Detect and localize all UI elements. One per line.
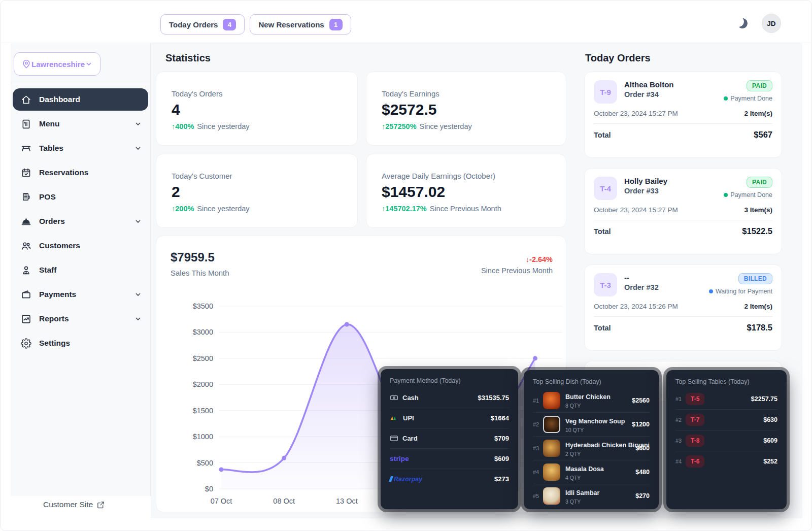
sidebar-item-reports[interactable]: Reports bbox=[13, 308, 148, 330]
stat-value: $1457.02 bbox=[382, 183, 551, 201]
upi-icon bbox=[390, 415, 399, 421]
sidebar-nav: Dashboard Menu Tables Reservations POS bbox=[11, 88, 150, 354]
top-selling-tables-panel: Top Selling Tables (Today) #1 T-5 $2257.… bbox=[666, 370, 787, 509]
table-rank: #2 bbox=[675, 417, 686, 423]
statistics-heading: Statistics bbox=[165, 52, 211, 64]
table-amount: $609 bbox=[763, 437, 777, 444]
dish-rank: #2 bbox=[533, 421, 543, 427]
total-label: Total bbox=[594, 131, 611, 139]
customer-name: Holly Bailey bbox=[624, 177, 667, 185]
table-rank: #1 bbox=[675, 396, 686, 402]
sidebar-item-settings[interactable]: Settings bbox=[13, 332, 148, 354]
sales-delta-caption: Since Previous Month bbox=[481, 267, 553, 275]
sales-total: $7959.5 bbox=[171, 250, 215, 264]
avatar[interactable]: JD bbox=[762, 14, 781, 33]
gear-icon bbox=[20, 338, 32, 349]
new-reservations-button[interactable]: New Reservations 1 bbox=[250, 14, 351, 35]
sidebar-item-label: Orders bbox=[39, 217, 65, 226]
stat-title: Today's Earnings bbox=[382, 89, 551, 98]
dish-qty: 10 QTY bbox=[565, 427, 628, 433]
total-label: Total bbox=[594, 227, 611, 236]
sidebar-item-label: Payments bbox=[39, 290, 76, 299]
staff-icon bbox=[20, 265, 32, 276]
order-datetime: October 23, 2024 15:27 PM bbox=[594, 206, 678, 214]
dish-row: #3 Hyderabadi Chicken Biryani2 QTY $600 bbox=[533, 436, 650, 460]
location-selector[interactable]: Lawrenceshire bbox=[14, 52, 100, 76]
sidebar-item-menu[interactable]: Menu bbox=[13, 113, 148, 135]
sidebar-item-label: Staff bbox=[39, 266, 56, 275]
status-dot bbox=[724, 96, 728, 101]
payment-method-label: UPI bbox=[403, 414, 414, 422]
new-reservations-count-badge: 1 bbox=[329, 19, 343, 30]
table-badge: T-6 bbox=[686, 455, 704, 468]
sidebar-item-label: Settings bbox=[39, 339, 70, 348]
dark-mode-toggle[interactable] bbox=[737, 17, 751, 30]
order-items-count: 3 Item(s) bbox=[744, 206, 772, 214]
customer-site-link[interactable]: Customer Site bbox=[43, 500, 105, 509]
table-badge: T-4 bbox=[594, 177, 617, 200]
external-link-icon bbox=[96, 501, 105, 509]
payment-method-panel: Payment Method (Today) Cash $31535.75 UP… bbox=[381, 369, 518, 509]
payment-method-label: Card bbox=[402, 435, 418, 442]
stat-delta: ↑257250% bbox=[382, 122, 417, 130]
svg-text:08 Oct: 08 Oct bbox=[273, 497, 295, 505]
dish-name: Butter Chicken bbox=[565, 393, 611, 401]
table-amount: $630 bbox=[763, 416, 777, 423]
svg-text:$1500: $1500 bbox=[193, 407, 213, 415]
table-rank: #3 bbox=[675, 438, 686, 444]
sidebar-divider bbox=[11, 83, 150, 83]
sidebar-item-label: POS bbox=[39, 192, 56, 202]
order-card[interactable]: T-9 Althea Bolton Order #34 PAID Payment… bbox=[584, 72, 782, 158]
chevron-down-icon bbox=[134, 217, 142, 225]
topbar-right: JD bbox=[737, 14, 781, 33]
payment-row: stripe $609 bbox=[390, 448, 509, 469]
dish-photo bbox=[543, 463, 560, 481]
order-card[interactable]: T-3 -- Order #32 BILLED Waiting for Paym… bbox=[584, 264, 782, 351]
stat-delta: ↑200% bbox=[172, 205, 194, 213]
table-badge: T-5 bbox=[686, 393, 704, 405]
status-caption: Waiting for Payment bbox=[716, 288, 772, 295]
chevron-down-icon bbox=[134, 120, 142, 128]
stat-card-todays-earnings: Today's Earnings $2572.5 ↑257250%Since y… bbox=[366, 72, 566, 146]
order-total: $1522.5 bbox=[742, 226, 772, 236]
order-number: Order #34 bbox=[624, 90, 674, 98]
dish-rank: #3 bbox=[533, 445, 543, 451]
table-amount: $2257.75 bbox=[751, 395, 777, 403]
stat-card-average-daily-earnings: Average Daily Earnings (October) $1457.0… bbox=[366, 154, 566, 228]
sidebar-item-orders[interactable]: Orders bbox=[13, 210, 148, 233]
sidebar-item-customers[interactable]: Customers bbox=[13, 235, 148, 257]
sidebar-item-label: Customers bbox=[39, 241, 80, 250]
sidebar-item-pos[interactable]: POS bbox=[13, 186, 148, 208]
dish-price: $270 bbox=[635, 492, 650, 500]
stat-caption: Since yesterday bbox=[197, 205, 249, 213]
order-card[interactable]: T-4 Holly Bailey Order #33 PAID Payment … bbox=[584, 168, 782, 254]
dish-price: $480 bbox=[635, 469, 650, 476]
table-badge: T-3 bbox=[594, 273, 617, 296]
cash-icon bbox=[390, 393, 398, 402]
status-caption: Payment Done bbox=[730, 191, 772, 198]
payment-row: Cash $31535.75 bbox=[390, 387, 509, 408]
sidebar-item-staff[interactable]: Staff bbox=[13, 259, 148, 281]
order-number: Order #32 bbox=[624, 283, 659, 291]
today-orders-button[interactable]: Today Orders 4 bbox=[160, 14, 245, 35]
sidebar-item-payments[interactable]: Payments bbox=[13, 283, 148, 306]
sidebar-item-dashboard[interactable]: Dashboard bbox=[13, 88, 148, 111]
sidebar-item-tables[interactable]: Tables bbox=[13, 137, 148, 159]
order-number: Order #33 bbox=[624, 187, 667, 195]
svg-text:$1000: $1000 bbox=[193, 433, 213, 441]
stat-title: Average Daily Earnings (October) bbox=[382, 172, 551, 180]
order-datetime: October 23, 2024 15:27 PM bbox=[594, 110, 678, 117]
location-label: Lawrenceshire bbox=[31, 60, 85, 69]
sidebar-item-reservations[interactable]: Reservations bbox=[13, 161, 148, 184]
sidebar-item-label: Dashboard bbox=[39, 95, 80, 104]
sidebar-item-label: Menu bbox=[39, 119, 59, 128]
panel-title: Payment Method (Today) bbox=[390, 377, 509, 384]
pos-terminal-icon bbox=[20, 192, 32, 203]
sidebar-item-label: Reservations bbox=[39, 168, 88, 177]
customer-name: -- bbox=[624, 273, 659, 282]
table-row: #2 T-7 $630 bbox=[675, 409, 777, 430]
reports-icon bbox=[20, 314, 32, 324]
razorpay-bolt-icon bbox=[389, 476, 393, 482]
payment-amount: $273 bbox=[494, 475, 509, 483]
dish-photo bbox=[543, 440, 560, 457]
